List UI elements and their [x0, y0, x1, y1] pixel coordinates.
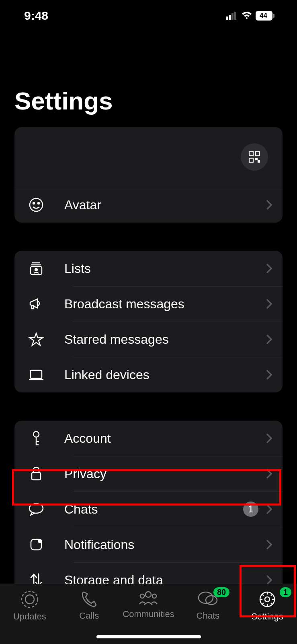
home-indicator[interactable]: [96, 635, 201, 638]
status-indicators: 44: [226, 11, 283, 21]
chats-row[interactable]: Chats 1: [14, 491, 283, 527]
svg-point-32: [145, 592, 151, 597]
lists-row[interactable]: Lists: [14, 251, 283, 286]
communities-icon: [137, 590, 160, 607]
settings-group-2: Account Privacy Chats 1 Notifications St…: [14, 421, 283, 598]
starred-row[interactable]: Starred messages: [14, 322, 283, 357]
privacy-label: Privacy: [64, 466, 266, 481]
battery-icon: 44: [256, 11, 283, 21]
key-icon: [24, 430, 48, 446]
svg-point-20: [33, 431, 39, 437]
laptop-icon: [24, 369, 48, 381]
svg-line-44: [271, 603, 272, 605]
svg-rect-2: [231, 13, 234, 20]
svg-point-38: [265, 597, 270, 602]
lists-label: Lists: [64, 261, 266, 276]
tab-calls-label: Calls: [79, 611, 99, 621]
chevron-right-icon: [266, 468, 273, 479]
svg-line-46: [271, 594, 272, 596]
tab-calls[interactable]: Calls: [59, 590, 119, 621]
lock-icon: [24, 466, 48, 481]
svg-rect-10: [258, 161, 260, 162]
status-bar: 9:48 44: [0, 0, 297, 28]
chevron-right-icon: [266, 199, 273, 211]
chats-badge: 1: [243, 502, 258, 517]
avatar-row[interactable]: Avatar: [14, 187, 283, 223]
svg-rect-18: [31, 370, 42, 378]
chevron-right-icon: [266, 433, 273, 444]
svg-point-36: [206, 596, 217, 605]
linked-devices-row[interactable]: Linked devices: [14, 357, 283, 392]
svg-point-34: [152, 594, 156, 598]
svg-rect-9: [256, 158, 257, 160]
chevron-right-icon: [266, 369, 273, 380]
updates-icon: [20, 590, 40, 609]
wifi-icon: [241, 12, 252, 20]
star-icon: [24, 332, 48, 347]
profile-row[interactable]: [14, 127, 283, 187]
tab-chats-badge: 80: [213, 587, 229, 597]
profile-section: Avatar: [14, 127, 283, 223]
tab-settings-badge: 1: [280, 587, 291, 597]
svg-rect-0: [226, 17, 228, 20]
megaphone-icon: [24, 297, 48, 311]
svg-rect-3: [234, 12, 236, 20]
page-title: Settings: [0, 28, 297, 127]
privacy-row[interactable]: Privacy: [14, 456, 283, 491]
qr-code-icon: [248, 151, 260, 163]
signal-icon: [226, 12, 238, 20]
svg-rect-5: [273, 14, 274, 18]
tab-communities-label: Communities: [123, 609, 174, 619]
avatar-icon: [24, 197, 48, 213]
broadcast-label: Broadcast messages: [64, 297, 266, 312]
chat-bubble-icon: [24, 502, 48, 516]
tab-communities[interactable]: Communities: [119, 590, 178, 619]
svg-point-13: [38, 202, 39, 204]
svg-point-27: [38, 539, 41, 543]
svg-line-45: [262, 603, 264, 605]
chats-label: Chats: [64, 502, 243, 517]
svg-point-11: [30, 198, 43, 211]
tab-settings-label: Settings: [251, 611, 283, 622]
starred-label: Starred messages: [64, 332, 266, 347]
svg-point-12: [33, 202, 35, 204]
notification-icon: [24, 538, 48, 551]
broadcast-row[interactable]: Broadcast messages: [14, 286, 283, 322]
svg-point-33: [140, 594, 144, 598]
phone-icon: [80, 590, 98, 608]
settings-group-1: Lists Broadcast messages Starred message…: [14, 251, 283, 392]
gear-icon: [258, 590, 277, 609]
account-row[interactable]: Account: [14, 421, 283, 456]
chevron-right-icon: [266, 334, 273, 345]
tab-updates-label: Updates: [13, 611, 46, 622]
account-label: Account: [64, 431, 266, 446]
tab-chats-label: Chats: [197, 611, 219, 621]
svg-rect-24: [32, 473, 41, 480]
notifications-row[interactable]: Notifications: [14, 527, 283, 562]
svg-point-25: [29, 504, 43, 513]
chevron-right-icon: [266, 539, 273, 550]
lists-icon: [24, 261, 48, 276]
status-time: 9:48: [24, 9, 48, 23]
tab-updates[interactable]: Updates: [0, 590, 59, 622]
notifications-label: Notifications: [64, 537, 266, 552]
chevron-right-icon: [266, 504, 273, 515]
avatar-label: Avatar: [64, 198, 266, 213]
tab-settings[interactable]: Settings 1: [238, 590, 297, 622]
svg-rect-8: [249, 158, 253, 162]
svg-rect-7: [256, 152, 260, 156]
tab-chats[interactable]: Chats 80: [178, 590, 238, 621]
qr-code-button[interactable]: [241, 143, 268, 171]
svg-point-31: [25, 595, 34, 604]
chevron-right-icon: [266, 263, 273, 274]
linked-devices-label: Linked devices: [64, 367, 266, 382]
svg-point-17: [35, 268, 37, 271]
svg-rect-6: [249, 152, 253, 156]
svg-line-43: [262, 594, 264, 596]
svg-rect-1: [229, 15, 231, 20]
chevron-right-icon: [266, 298, 273, 310]
svg-point-30: [22, 591, 38, 607]
